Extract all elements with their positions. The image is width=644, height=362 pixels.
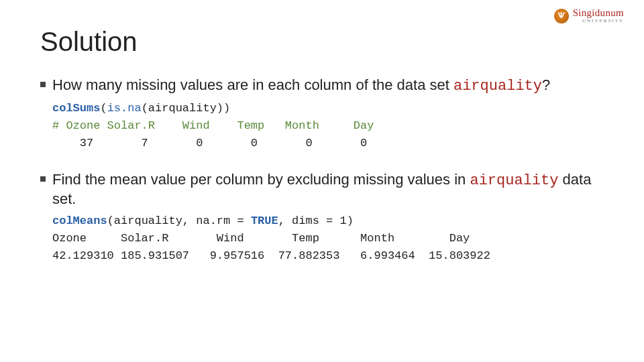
bullet-2: Find the mean value per column by exclud…: [40, 170, 604, 208]
code-block-1: colSums(is.na(airquality)) # Ozone Solar…: [52, 100, 604, 153]
university-logo: Ѱ Singidunum UNIVERSITY: [554, 8, 624, 23]
slide-title: Solution: [40, 27, 604, 57]
code-1-values: 37 7 0 0 0 0: [52, 135, 604, 152]
bullet-square-icon: [40, 176, 46, 182]
bullet-2-inline-code: airquality: [470, 172, 558, 189]
bullet-square-icon: [40, 82, 46, 87]
logo-crest-icon: Ѱ: [554, 9, 569, 23]
logo-sub-text: UNIVERSITY: [573, 19, 624, 23]
code-1-args: (airquality)): [142, 102, 231, 115]
code-1-open: (: [100, 102, 107, 115]
bullet-2-text: Find the mean value per column by exclud…: [52, 170, 604, 208]
code-2-values: 42.129310 185.931507 9.957516 77.882353 …: [52, 247, 604, 265]
bullet-1: How many missing values are in each colu…: [40, 76, 604, 96]
code-2-args1: (airquality, na.rm =: [107, 215, 251, 227]
code-block-2: colMeans(airquality, na.rm = TRUE, dims …: [52, 213, 604, 265]
slide: Ѱ Singidunum UNIVERSITY Solution How man…: [0, 0, 644, 362]
fn-colmeans: colMeans: [52, 215, 107, 227]
logo-text: Singidunum UNIVERSITY: [573, 8, 624, 23]
code-2-args2: , dims = 1): [278, 215, 354, 227]
bullet-1-text: How many missing values are in each colu…: [52, 76, 550, 96]
code-2-header: Ozone Solar.R Wind Temp Month Day: [52, 230, 604, 247]
logo-main-text: Singidunum: [573, 8, 624, 18]
bullet-1-pre: How many missing values are in each colu…: [52, 76, 453, 93]
bullet-1-inline-code: airquality: [453, 78, 542, 95]
code-1-header: # Ozone Solar.R Wind Temp Month Day: [52, 117, 604, 135]
code-2-command: colMeans(airquality, na.rm = TRUE, dims …: [52, 213, 604, 230]
bullet-1-post: ?: [542, 76, 550, 93]
bullet-2-pre: Find the mean value per column by exclud…: [52, 171, 470, 188]
kw-true: TRUE: [251, 215, 278, 227]
fn-isna: is.na: [107, 102, 142, 115]
code-1-command: colSums(is.na(airquality)): [52, 100, 604, 117]
fn-colsums: colSums: [52, 102, 100, 115]
